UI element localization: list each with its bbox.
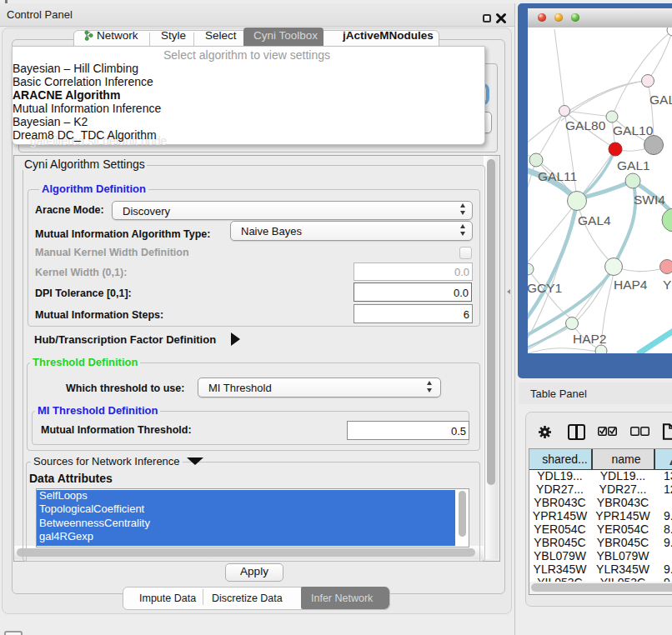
svg-text:GCY1: GCY1 bbox=[528, 281, 562, 295]
svg-text:GAL80: GAL80 bbox=[565, 118, 606, 132]
svg-text:Y: Y bbox=[663, 278, 671, 292]
svg-text:HAP2: HAP2 bbox=[573, 332, 607, 346]
svg-text:HAP4: HAP4 bbox=[614, 278, 648, 292]
svg-text:GAL1: GAL1 bbox=[617, 158, 650, 172]
svg-text:GAL11: GAL11 bbox=[538, 169, 577, 183]
svg-text:SWI4: SWI4 bbox=[634, 192, 665, 207]
svg-text:GAL10: GAL10 bbox=[613, 123, 654, 138]
svg-text:GAL4: GAL4 bbox=[578, 213, 611, 228]
svg-text:GAL2: GAL2 bbox=[649, 92, 672, 107]
